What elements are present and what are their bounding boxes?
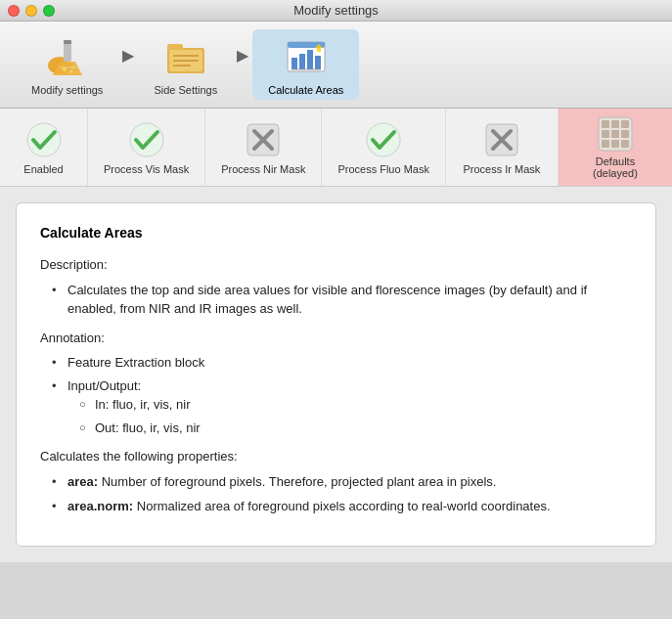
content-card: Calculate Areas Description: Calculates … — [16, 202, 656, 547]
calculate-areas-icon — [283, 33, 330, 80]
io-out-text: Out: fluo, ir, vis, nir — [95, 420, 201, 435]
toolbar-arrow-1: ▶ — [122, 46, 134, 84]
annotation-item-1: Input/Output: In: fluo, ir, vis, nir Out… — [52, 376, 632, 438]
content-area: Calculate Areas Description: Calculates … — [0, 187, 672, 562]
process-item-fluo-mask[interactable]: Process Fluo Mask — [322, 109, 446, 186]
svg-rect-36 — [621, 120, 629, 128]
svg-rect-34 — [602, 120, 609, 128]
minimize-button[interactable] — [25, 5, 37, 17]
svg-rect-20 — [307, 50, 313, 69]
svg-point-7 — [69, 70, 72, 73]
svg-point-6 — [63, 67, 67, 71]
properties-label: Calculates the following properties: — [40, 447, 632, 466]
toolbar-item-side-settings[interactable]: Side Settings — [138, 29, 233, 100]
properties-list: area: Number of foreground pixels. There… — [52, 472, 632, 516]
process-label-nir-mask: Process Nir Mask — [221, 163, 305, 175]
svg-rect-40 — [602, 140, 609, 148]
svg-rect-37 — [602, 130, 609, 138]
toolbar: Modify settings ▶ Side Settings ▶ — [0, 22, 672, 109]
property-area-norm-term: area.norm: — [67, 499, 133, 513]
process-label-vis-mask: Process Vis Mask — [104, 163, 189, 175]
modify-settings-icon — [44, 33, 91, 80]
io-item-out: Out: fluo, ir, vis, nir — [79, 419, 632, 438]
description-list: Calculates the top and side area values … — [52, 281, 632, 319]
enabled-check-icon — [24, 120, 64, 159]
description-item: Calculates the top and side area values … — [52, 281, 632, 319]
svg-rect-19 — [299, 54, 305, 69]
toolbar-label-side-settings: Side Settings — [154, 84, 217, 96]
annotation-label: Annotation: — [40, 329, 632, 348]
svg-rect-42 — [621, 140, 629, 148]
annotation-item-0: Feature Extraction block — [52, 353, 632, 373]
process-label-enabled: Enabled — [23, 163, 63, 175]
property-area-desc: Number of foreground pixels. Therefore, … — [102, 474, 497, 489]
property-area-norm: area.norm: Normalized area of foreground… — [52, 497, 632, 516]
svg-rect-39 — [621, 130, 629, 138]
fluo-mask-check-icon — [364, 120, 403, 159]
window-controls[interactable] — [8, 5, 55, 17]
process-item-nir-mask[interactable]: Process Nir Mask — [205, 109, 322, 186]
io-list: In: fluo, ir, vis, nir Out: fluo, ir, vi… — [79, 395, 632, 437]
svg-rect-4 — [64, 40, 71, 44]
svg-rect-35 — [611, 120, 619, 128]
property-area-norm-desc: Normalized area of foreground pixels acc… — [137, 499, 551, 513]
toolbar-label-modify-settings: Modify settings — [31, 84, 103, 96]
description-label: Description: — [40, 255, 632, 275]
annotation-list: Feature Extraction block Input/Output: I… — [52, 353, 632, 437]
title-bar: Modify settings — [0, 0, 672, 22]
svg-rect-21 — [315, 56, 321, 69]
description-text: Calculates the top and side area values … — [67, 283, 587, 317]
toolbar-arrow-2: ▶ — [237, 46, 248, 84]
svg-rect-38 — [611, 130, 619, 138]
toolbar-label-calculate-areas: Calculate Areas — [268, 84, 343, 96]
process-item-vis-mask[interactable]: Process Vis Mask — [88, 109, 205, 186]
content-title: Calculate Areas — [40, 223, 632, 243]
process-label-defaults: Defaults(delayed) — [593, 155, 638, 179]
process-label-fluo-mask: Process Fluo Mask — [337, 163, 429, 175]
close-button[interactable] — [8, 5, 20, 17]
property-area: area: Number of foreground pixels. There… — [52, 472, 632, 492]
window-title: Modify settings — [293, 3, 379, 18]
side-settings-icon — [162, 33, 209, 80]
toolbar-item-modify-settings[interactable]: Modify settings — [16, 29, 118, 100]
annotation-text-1: Input/Output: — [67, 378, 141, 393]
io-in-text: In: fluo, ir, vis, nir — [95, 397, 191, 412]
svg-rect-18 — [291, 58, 297, 69]
maximize-button[interactable] — [43, 5, 55, 17]
defaults-gear-icon — [596, 116, 635, 152]
svg-rect-41 — [611, 140, 619, 148]
process-item-enabled[interactable]: Enabled — [0, 109, 88, 186]
ir-mask-x-icon — [482, 120, 521, 159]
vis-mask-check-icon — [127, 120, 166, 159]
svg-rect-1 — [64, 42, 71, 62]
process-bar: Enabled Process Vis Mask Process Nir Mas… — [0, 109, 672, 187]
process-item-ir-mask[interactable]: Process Ir Mask — [446, 109, 559, 186]
process-label-ir-mask: Process Ir Mask — [464, 163, 541, 175]
property-area-term: area: — [67, 474, 98, 489]
io-item-in: In: fluo, ir, vis, nir — [79, 395, 632, 415]
annotation-text-0: Feature Extraction block — [67, 355, 204, 370]
toolbar-item-calculate-areas[interactable]: Calculate Areas — [252, 29, 359, 100]
process-item-defaults[interactable]: Defaults(delayed) — [559, 109, 672, 186]
nir-mask-x-icon — [244, 120, 283, 159]
